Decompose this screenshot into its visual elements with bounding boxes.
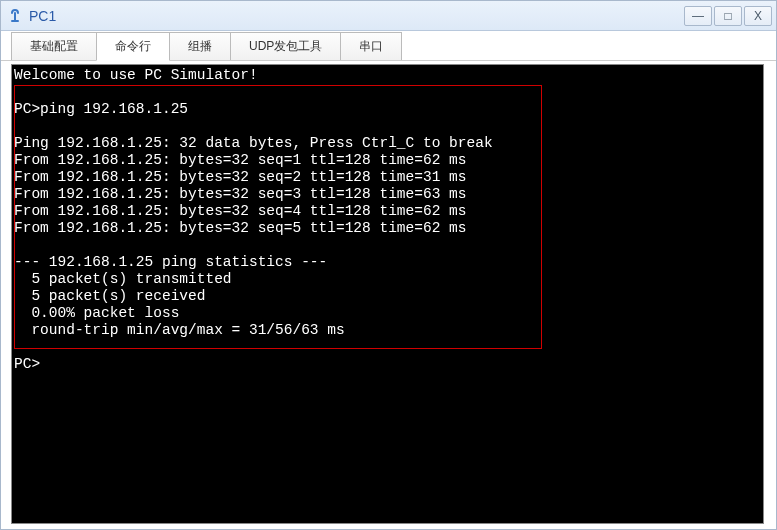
app-icon bbox=[9, 8, 25, 24]
terminal-container: Welcome to use PC Simulator! PC>ping 192… bbox=[1, 64, 776, 530]
tab-serial[interactable]: 串口 bbox=[340, 32, 402, 60]
tab-udp-tool[interactable]: UDP发包工具 bbox=[230, 32, 341, 60]
tab-multicast[interactable]: 组播 bbox=[169, 32, 231, 60]
terminal[interactable]: Welcome to use PC Simulator! PC>ping 192… bbox=[11, 64, 764, 524]
maximize-button[interactable]: □ bbox=[714, 6, 742, 26]
tab-command-line[interactable]: 命令行 bbox=[96, 32, 170, 61]
tab-bar: 基础配置 命令行 组播 UDP发包工具 串口 bbox=[1, 31, 776, 61]
titlebar[interactable]: PC1 — □ X bbox=[1, 1, 776, 31]
tab-basic-config[interactable]: 基础配置 bbox=[11, 32, 97, 60]
highlight-box bbox=[14, 85, 542, 349]
minimize-button[interactable]: — bbox=[684, 6, 712, 26]
window-controls: — □ X bbox=[684, 6, 772, 26]
app-window: PC1 — □ X 基础配置 命令行 组播 UDP发包工具 串口 Welcome… bbox=[0, 0, 777, 530]
close-button[interactable]: X bbox=[744, 6, 772, 26]
window-title: PC1 bbox=[29, 8, 684, 24]
